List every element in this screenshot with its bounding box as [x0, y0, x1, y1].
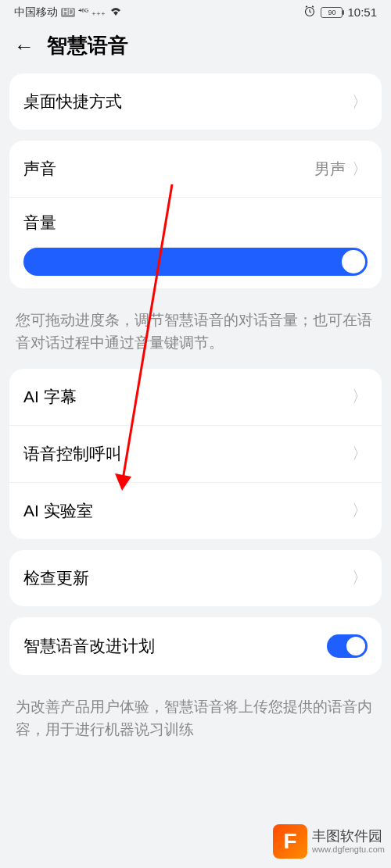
alarm-icon: [303, 5, 316, 20]
wifi-icon: [109, 5, 123, 19]
chevron-right-icon: 〉: [352, 500, 368, 521]
row-label: 声音: [23, 158, 56, 180]
group-sound: 声音 男声 〉 音量: [9, 141, 382, 288]
row-label: 桌面快捷方式: [23, 91, 122, 113]
row-ai-lab[interactable]: AI 实验室 〉: [9, 482, 382, 539]
status-time: 10:51: [347, 5, 377, 19]
status-bar: 中国移动 HD ⁴⁶ᴳ ₊₊₊ 90 10:51: [0, 0, 391, 23]
chevron-right-icon: 〉: [352, 386, 368, 407]
row-volume: 音量: [9, 197, 382, 288]
row-desktop-shortcut[interactable]: 桌面快捷方式 〉: [9, 73, 382, 130]
volume-slider[interactable]: [23, 248, 368, 276]
group-shortcut: 桌面快捷方式 〉: [9, 73, 382, 130]
battery-level: 90: [328, 9, 335, 16]
watermark-name: 丰图软件园: [312, 828, 385, 845]
toggle-improve-plan[interactable]: [327, 634, 368, 658]
chevron-right-icon: 〉: [352, 443, 368, 464]
chevron-right-icon: 〉: [352, 567, 368, 588]
row-label: 智慧语音改进计划: [23, 635, 155, 657]
volume-label: 音量: [23, 212, 368, 234]
battery-icon: 90: [321, 7, 343, 18]
group-improve: 智慧语音改进计划: [9, 617, 382, 675]
chevron-right-icon: 〉: [352, 91, 368, 113]
row-label: 检查更新: [23, 567, 89, 589]
volume-hint: 您可拖动进度条，调节智慧语音的对话音量；也可在语音对话过程中通过音量键调节。: [0, 299, 391, 369]
row-label: AI 字幕: [23, 386, 77, 408]
page-header: ← 智慧语音: [0, 23, 391, 73]
watermark-logo: F: [273, 824, 307, 859]
carrier-label: 中国移动: [14, 5, 58, 20]
watermark: F 丰图软件园 www.dgfengtu.com: [267, 821, 391, 862]
back-icon[interactable]: ←: [14, 36, 34, 56]
group-update: 检查更新 〉: [9, 550, 382, 606]
row-label: AI 实验室: [23, 500, 93, 522]
row-voice-call[interactable]: 语音控制呼叫 〉: [9, 425, 382, 482]
watermark-url: www.dgfengtu.com: [312, 845, 385, 855]
row-value: 男声: [314, 159, 346, 180]
group-ai: AI 字幕 〉 语音控制呼叫 〉 AI 实验室 〉: [9, 369, 382, 539]
row-improve-plan: 智慧语音改进计划: [9, 617, 382, 675]
slider-thumb[interactable]: [342, 250, 365, 273]
chevron-right-icon: 〉: [352, 159, 368, 180]
row-ai-subtitle[interactable]: AI 字幕 〉: [9, 369, 382, 425]
signal-icon: ⁴⁶ᴳ ₊₊₊: [78, 7, 105, 17]
row-label: 语音控制呼叫: [23, 443, 122, 465]
hd-badge: HD: [61, 8, 75, 17]
improve-hint: 为改善产品用户体验，智慧语音将上传您提供的语音内容，用于进行机器说习训练: [0, 686, 391, 755]
row-check-update[interactable]: 检查更新 〉: [9, 550, 382, 606]
row-voice[interactable]: 声音 男声 〉: [9, 141, 382, 197]
page-title: 智慧语音: [47, 32, 128, 59]
